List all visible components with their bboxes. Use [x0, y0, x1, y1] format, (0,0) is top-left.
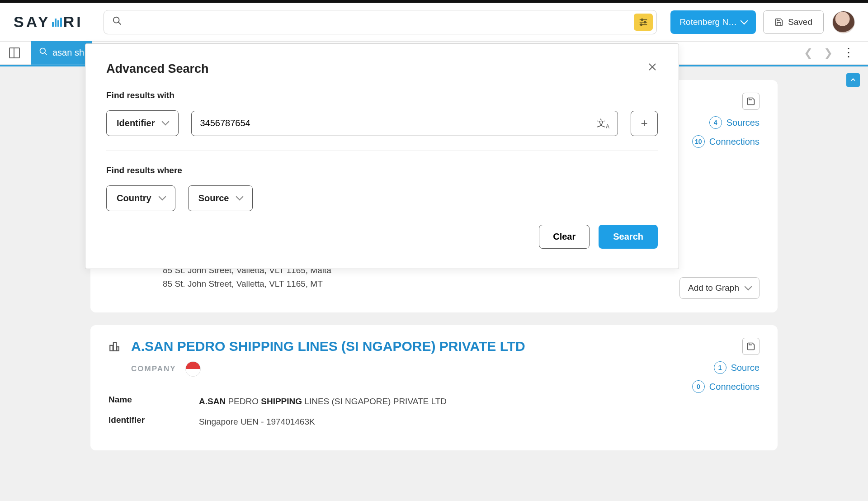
clear-button[interactable]: Clear	[539, 225, 590, 249]
svg-point-7	[641, 24, 642, 25]
svg-point-5	[644, 21, 646, 23]
modal-title: Advanced Search	[106, 62, 658, 76]
panel-toggle-icon[interactable]	[9, 47, 20, 58]
saved-button-label: Saved	[788, 17, 812, 27]
svg-rect-12	[117, 347, 118, 351]
chevron-down-icon	[160, 194, 165, 203]
connections-link[interactable]: 0 Connections	[692, 380, 760, 393]
nav-back[interactable]: ❮	[798, 47, 818, 59]
search-icon	[39, 47, 48, 58]
svg-rect-10	[110, 345, 113, 351]
country-label: Country	[117, 193, 151, 203]
entity-type-tag: COMPANY	[131, 364, 176, 373]
svg-rect-11	[113, 343, 117, 351]
chevron-down-icon	[741, 17, 747, 27]
company-icon	[108, 340, 120, 354]
project-selector[interactable]: Rotenberg N…	[670, 10, 756, 34]
result-title[interactable]: A.SAN PEDRO SHIPPING LINES (SI NGAPORE) …	[131, 339, 525, 354]
nav-forward[interactable]: ❯	[818, 47, 838, 59]
sources-count: 4	[709, 116, 722, 129]
advanced-search-modal: Advanced Search Find results with Identi…	[85, 43, 679, 269]
field-label-name: Name	[108, 395, 199, 408]
search-button[interactable]: Search	[599, 225, 658, 249]
source-label: Source	[198, 193, 229, 203]
field-type-label: Identifier	[117, 118, 155, 128]
sources-label: Sources	[726, 118, 760, 128]
field-type-dropdown[interactable]: Identifier	[106, 110, 179, 136]
global-search-bar[interactable]	[104, 10, 657, 34]
logo-bars-icon	[52, 18, 62, 27]
user-avatar[interactable]	[833, 11, 854, 33]
project-selector-label: Rotenberg N…	[679, 17, 737, 27]
card-side-actions: 1 Source 0 Connections	[692, 338, 760, 393]
connections-label: Connections	[709, 382, 760, 392]
sources-count: 1	[714, 361, 726, 374]
add-filter-button[interactable]: +	[631, 111, 658, 136]
chevron-down-icon	[745, 283, 751, 293]
search-icon	[112, 16, 122, 28]
close-button[interactable]	[647, 61, 658, 76]
save-result-button[interactable]	[742, 338, 760, 355]
app-header: SAY RI Rotenberg N… Saved	[0, 3, 868, 42]
address-line: 85 St. John Street, Valletta, VLT 1165, …	[163, 277, 363, 291]
field-label-identifier: Identifier	[108, 415, 199, 429]
advanced-search-toggle[interactable]	[634, 14, 653, 31]
svg-line-9	[45, 53, 47, 55]
card-side-actions: 4 Sources 10 Connections	[692, 93, 760, 148]
field-value-identifier: Singapore UEN - 197401463K	[199, 415, 315, 429]
find-results-where-label: Find results where	[106, 165, 658, 175]
sources-link[interactable]: 4 Sources	[709, 116, 760, 129]
logo-text-pre: SAY	[14, 13, 51, 31]
svg-point-3	[642, 19, 643, 20]
result-card: A.SAN PEDRO SHIPPING LINES (SI NGAPORE) …	[90, 325, 778, 450]
save-result-button[interactable]	[742, 93, 760, 110]
connections-link[interactable]: 10 Connections	[692, 135, 760, 148]
add-to-graph-label: Add to Graph	[688, 283, 739, 293]
connections-count: 0	[692, 380, 705, 393]
find-results-with-label: Find results with	[106, 90, 658, 100]
filter-value-input[interactable]	[200, 118, 597, 128]
svg-point-8	[40, 48, 46, 54]
chevron-down-icon	[237, 194, 242, 203]
search-tab[interactable]: asan sh	[31, 41, 92, 65]
connections-count: 10	[692, 135, 705, 148]
country-dropdown[interactable]: Country	[106, 185, 175, 211]
more-menu-icon[interactable]: ⋮	[838, 46, 859, 60]
connections-label: Connections	[709, 137, 760, 147]
filter-value-field[interactable]: 文A	[191, 111, 618, 136]
saved-button[interactable]: Saved	[763, 10, 824, 34]
field-value-name: A.SAN PEDRO SHIPPING LINES (SI NGAPORE) …	[199, 395, 447, 408]
source-dropdown[interactable]: Source	[188, 185, 253, 211]
global-search-input[interactable]	[128, 17, 634, 27]
country-flag-sg	[185, 361, 201, 377]
sources-label: Source	[731, 363, 760, 373]
add-to-graph-button[interactable]: Add to Graph	[679, 277, 760, 299]
svg-point-0	[113, 17, 119, 23]
translate-icon[interactable]: 文A	[597, 117, 609, 130]
scroll-up-button[interactable]	[846, 73, 860, 87]
svg-line-1	[118, 22, 121, 24]
divider	[106, 151, 658, 151]
tab-label: asan sh	[52, 47, 84, 58]
chevron-down-icon	[163, 119, 168, 128]
logo: SAY RI	[14, 13, 83, 31]
sources-link[interactable]: 1 Source	[714, 361, 760, 374]
logo-text-post: RI	[63, 13, 83, 31]
